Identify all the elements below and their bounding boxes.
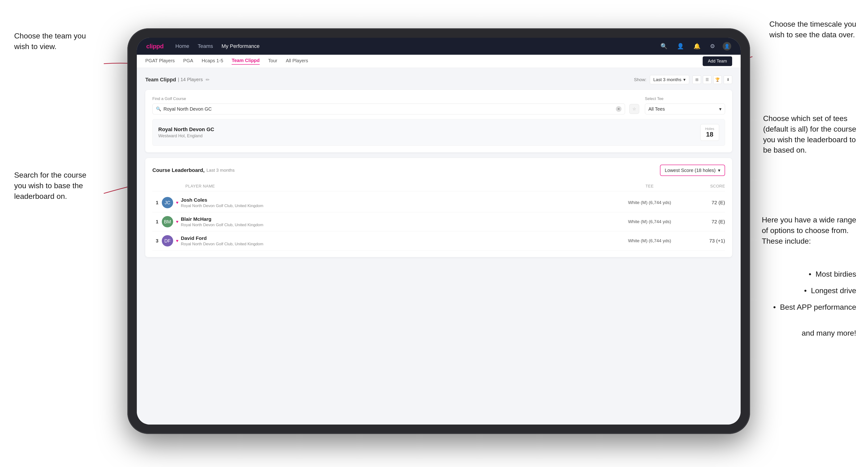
avatar: BM xyxy=(162,216,173,227)
player-tee: White (M) (6,744 yds) xyxy=(612,238,687,243)
player-score: 72 (E) xyxy=(687,219,725,224)
team-title: Team Clippd xyxy=(145,76,176,83)
nav-team-clippd[interactable]: Team Clippd xyxy=(231,58,260,65)
holes-label: Holes xyxy=(705,127,714,131)
search-row: Find a Golf Course 🔍 Royal North Devon G… xyxy=(152,96,725,115)
nav-logo: clippd xyxy=(146,43,164,50)
leaderboard-header: Course Leaderboard, Last 3 months Lowest… xyxy=(152,165,725,176)
grid-view-button[interactable]: ⊞ xyxy=(692,75,701,84)
tee-select-group: Select Tee All Tees ▾ xyxy=(645,96,725,115)
avatar: JC xyxy=(162,197,173,208)
clear-button[interactable]: ✕ xyxy=(616,106,621,112)
holes-badge: Holes 18 xyxy=(700,124,719,141)
trophy-icon[interactable]: 🏆 xyxy=(713,75,722,84)
tee-select-dropdown[interactable]: All Tees ▾ xyxy=(645,103,725,115)
add-team-button[interactable]: Add Team xyxy=(703,56,732,66)
show-dropdown[interactable]: Last 3 months ▾ xyxy=(650,75,689,84)
course-location: Westward Hol, England xyxy=(158,133,214,138)
search-input-wrapper: 🔍 Royal North Devon GC ✕ xyxy=(152,103,625,115)
find-course-label: Find a Golf Course xyxy=(152,96,639,101)
download-button[interactable]: ⬇ xyxy=(724,75,732,84)
heart-icon[interactable]: ♥ xyxy=(176,239,179,243)
annotation-bottom-left: Search for the course you wish to base t… xyxy=(14,170,86,201)
col-tee-header: TEE xyxy=(612,184,687,189)
player-tee: White (M) (6,744 yds) xyxy=(612,219,687,224)
nav-all-players[interactable]: All Players xyxy=(286,58,308,64)
heart-icon[interactable]: ♥ xyxy=(176,219,179,224)
view-icons: ⊞ ☰ 🏆 ⬇ xyxy=(692,75,732,84)
annotation-bullet2: • Longest drive xyxy=(804,285,856,296)
search-icon: 🔍 xyxy=(156,106,161,112)
holes-number: 18 xyxy=(705,131,714,138)
people-button[interactable]: 👤 xyxy=(675,41,686,52)
table-row: 1 JC ♥ Josh Coles Royal North Devon Golf… xyxy=(152,193,725,212)
leaderboard-subtitle: Last 3 months xyxy=(206,168,235,173)
nav-bar: clippd Home Teams My Performance 🔍 👤 🔔 ⚙… xyxy=(137,38,741,55)
secondary-nav: PGAT Players PGA Hcaps 1-5 Team Clippd T… xyxy=(137,55,741,68)
course-name: Royal North Devon GC xyxy=(158,126,214,132)
player-rank: 1 xyxy=(152,200,162,206)
course-search-group: Find a Golf Course 🔍 Royal North Devon G… xyxy=(152,96,639,115)
table-row: 1 BM ♥ Blair McHarg Royal North Devon Go… xyxy=(152,212,725,231)
leaderboard-section: Course Leaderboard, Last 3 months Lowest… xyxy=(145,158,732,257)
player-rank: 3 xyxy=(152,238,162,244)
nav-link-teams[interactable]: Teams xyxy=(198,43,213,49)
search-button[interactable]: 🔍 xyxy=(658,41,670,52)
annotation-bullet3: • Best APP performance xyxy=(773,302,856,312)
avatar[interactable]: 👤 xyxy=(723,42,731,51)
player-score: 73 (+1) xyxy=(687,238,725,244)
nav-pga[interactable]: PGA xyxy=(183,58,193,64)
annotation-bullet1: • Most birdies xyxy=(809,269,856,280)
avatar: DF xyxy=(162,235,173,247)
nav-links: Home Teams My Performance xyxy=(176,43,658,49)
annotation-mid-right: Choose which set of tees (default is all… xyxy=(763,113,856,155)
chevron-down-icon: ▾ xyxy=(683,77,686,82)
favorite-button[interactable]: ☆ xyxy=(629,104,639,114)
main-content: Team Clippd | 14 Players ✏ Show: Last 3 … xyxy=(137,68,741,425)
nav-icons: 🔍 👤 🔔 ⚙ 👤 xyxy=(658,41,731,52)
show-controls: Show: Last 3 months ▾ ⊞ ☰ 🏆 ⬇ xyxy=(634,75,732,84)
player-name: David Ford xyxy=(181,236,612,241)
player-info: David Ford Royal North Devon Golf Club, … xyxy=(181,236,612,247)
settings-button[interactable]: ⚙ xyxy=(708,41,717,52)
player-club: Royal North Devon Golf Club, United King… xyxy=(181,204,612,208)
annotation-bottom-right: Here you have a wide range of options to… xyxy=(762,215,856,246)
score-type-dropdown[interactable]: Lowest Score (18 holes) ▾ xyxy=(660,165,725,176)
annotation-and-more: and many more! xyxy=(802,328,856,338)
player-info: Josh Coles Royal North Devon Golf Club, … xyxy=(181,197,612,208)
annotation-top-right: Choose the timescale you wish to see the… xyxy=(769,19,856,40)
player-club: Royal North Devon Golf Club, United King… xyxy=(181,223,612,227)
leaderboard-table: PLAYER NAME TEE SCORE 1 JC ♥ Josh Coles … xyxy=(152,182,725,250)
team-header: Team Clippd | 14 Players ✏ Show: Last 3 … xyxy=(145,75,732,84)
player-name: Josh Coles xyxy=(181,197,612,203)
nav-pgat[interactable]: PGAT Players xyxy=(145,58,175,64)
player-tee: White (M) (6,744 yds) xyxy=(612,200,687,205)
tablet-screen: clippd Home Teams My Performance 🔍 👤 🔔 ⚙… xyxy=(137,38,741,425)
show-label: Show: xyxy=(634,77,647,82)
course-result: Royal North Devon GC Westward Hol, Engla… xyxy=(152,119,725,146)
player-name: Blair McHarg xyxy=(181,216,612,222)
table-header: PLAYER NAME TEE SCORE xyxy=(152,182,725,191)
player-info: Blair McHarg Royal North Devon Golf Club… xyxy=(181,216,612,227)
search-section: Find a Golf Course 🔍 Royal North Devon G… xyxy=(145,90,732,152)
chevron-down-icon: ▾ xyxy=(718,167,720,173)
nav-link-myperformance[interactable]: My Performance xyxy=(221,43,259,49)
tablet-shell: clippd Home Teams My Performance 🔍 👤 🔔 ⚙… xyxy=(127,28,750,434)
player-rank: 1 xyxy=(152,219,162,224)
leaderboard-title: Course Leaderboard, xyxy=(152,167,205,173)
list-view-button[interactable]: ☰ xyxy=(703,75,711,84)
heart-icon[interactable]: ♥ xyxy=(176,200,179,205)
col-score-header: SCORE xyxy=(687,184,725,189)
chevron-down-icon: ▾ xyxy=(719,106,721,112)
nav-tour[interactable]: Tour xyxy=(268,58,277,64)
edit-icon[interactable]: ✏ xyxy=(206,77,210,83)
nav-hcaps[interactable]: Hcaps 1-5 xyxy=(202,58,223,64)
annotation-top-left: Choose the team you wish to view. xyxy=(14,31,86,52)
player-club: Royal North Devon Golf Club, United King… xyxy=(181,242,612,247)
search-input[interactable]: Royal North Devon GC xyxy=(163,106,614,112)
select-tee-label: Select Tee xyxy=(645,96,725,101)
col-player-header: PLAYER NAME xyxy=(171,184,612,189)
player-score: 72 (E) xyxy=(687,200,725,206)
nav-link-home[interactable]: Home xyxy=(176,43,189,49)
bell-button[interactable]: 🔔 xyxy=(691,41,703,52)
